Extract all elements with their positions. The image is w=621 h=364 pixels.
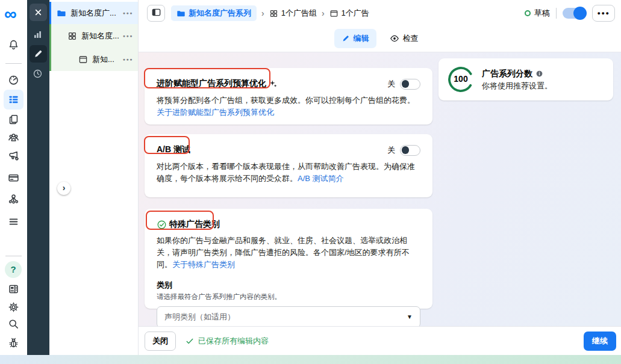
category-field-help: 请选择最符合广告系列推广内容的类别。 (157, 292, 420, 301)
toggle-state-label: 关 (387, 145, 395, 156)
breadcrumb: 新知名度广告系列 › 1个广告组 › 1个广告 (171, 5, 369, 21)
global-nav-rail: ∞ ? (0, 0, 27, 355)
editor-topbar: 新知名度广告系列 › 1个广告组 › 1个广告 草稿 (139, 0, 621, 52)
card-title: 进阶赋能型广告系列预算优化 (157, 78, 277, 89)
card-description: 如果你的广告与金融产品和服务、就业、住房、社会议题、选举或政治相关，请声明广告类… (157, 235, 420, 271)
card-description: 将预算分配到各个广告组，获取更多成效。你可以控制每个广告组的花费。关于进阶赋能型… (157, 94, 420, 119)
edit-tool-button[interactable] (30, 45, 47, 63)
breadcrumb-ad[interactable]: 1个广告 (329, 8, 369, 19)
notifications-icon[interactable] (8, 39, 19, 51)
close-editor-button[interactable] (30, 4, 47, 21)
category-select[interactable]: 声明类别（如适用） ▼ (157, 306, 420, 328)
toggle-knob (573, 7, 587, 20)
more-options-button[interactable]: ●●● (592, 5, 615, 22)
news-icon[interactable] (8, 283, 19, 295)
save-status: 已保存所有编辑内容 (186, 336, 269, 347)
tree-adset-label: 新知名度... (81, 31, 120, 42)
assets-org-icon[interactable] (8, 193, 19, 205)
editor-main: 新知名度广告系列 › 1个广告组 › 1个广告 草稿 (139, 0, 621, 355)
frame-icon (78, 55, 88, 64)
window-bottom-gradient (0, 355, 621, 364)
pencil-icon (342, 34, 350, 43)
breadcrumb-campaign[interactable]: 新知名度广告系列 (171, 5, 257, 21)
pages-icon[interactable] (8, 114, 19, 125)
tab-edit[interactable]: 编辑 (334, 29, 376, 48)
continue-button[interactable]: 继续 (584, 332, 616, 351)
sidebar-panel-icon (151, 7, 161, 19)
chevron-down-icon: ▼ (407, 313, 413, 320)
ab-test-link[interactable]: A/B 测试简介 (298, 174, 344, 183)
ab-test-toggle[interactable] (400, 145, 420, 156)
breadcrumb-separator: › (322, 8, 325, 18)
search-icon[interactable] (8, 318, 19, 330)
campaign-active-toggle[interactable] (563, 8, 586, 19)
card-campaign-budget-optimization: 进阶赋能型广告系列预算优化 关 将预算分配到各个广告组，获取更多成效。你可以控制… (145, 68, 432, 125)
tree-campaign-bar (49, 2, 51, 24)
card-title: A/B 测试 (157, 144, 190, 155)
close-button[interactable]: 关闭 (145, 332, 176, 351)
budget-optimization-link[interactable]: 关于进阶赋能型广告系列预算优化 (157, 108, 274, 117)
toggle-state-label: 关 (387, 79, 395, 90)
breadcrumb-adset[interactable]: 1个广告组 (269, 8, 317, 19)
score-value: 100 (447, 74, 475, 84)
row-menu-icon[interactable]: ●●● (123, 34, 138, 38)
toggle-sidebar-button[interactable] (147, 5, 165, 22)
close-icon (33, 7, 43, 17)
eye-icon (390, 34, 399, 43)
history-clock-icon[interactable] (33, 69, 43, 79)
row-menu-icon[interactable]: ●●● (123, 11, 138, 15)
settings-gear-icon[interactable] (8, 301, 19, 313)
toggle-knob (402, 146, 410, 154)
bug-report-icon[interactable] (8, 337, 19, 348)
tree-campaign-label: 新知名度广... (70, 8, 120, 19)
breadcrumb-separator: › (261, 8, 264, 18)
card-special-ad-categories: 特殊广告类别 如果你的广告与金融产品和服务、就业、住房、社会议题、选举或政治相关… (145, 209, 432, 309)
rail-divider (5, 63, 22, 64)
ads-megaphone-icon[interactable] (8, 150, 19, 161)
budget-optimization-toggle[interactable] (400, 79, 420, 90)
editor-footer-bar: 关闭 已保存所有编辑内容 继续 (139, 326, 621, 355)
row-menu-icon[interactable]: ●●● (123, 57, 138, 61)
tree-row-adset[interactable]: 新知名度... ●●● (49, 24, 138, 48)
card-title: 特殊广告类别 (157, 219, 220, 230)
check-circle-icon (157, 220, 167, 230)
special-categories-link[interactable]: 关于特殊广告类别 (172, 260, 235, 269)
status-badge: 草稿 (525, 8, 550, 19)
grid-icon (67, 31, 77, 41)
header-controls: 草稿 ●●● (525, 5, 615, 22)
folder-icon (176, 9, 186, 18)
draft-status-icon (525, 10, 531, 16)
campaign-score-card: 100 广告系列分数 你将使用推荐设置。 (438, 58, 613, 100)
tree-row-campaign[interactable]: 新知名度广... ●●● (49, 2, 138, 24)
folder-icon (57, 8, 66, 18)
settings-scroll-area[interactable]: 进阶赋能型广告系列预算优化 关 将预算分配到各个广告组，获取更多成效。你可以控制… (139, 52, 621, 326)
billing-card-icon[interactable] (8, 172, 19, 184)
all-tools-menu-icon[interactable] (8, 216, 19, 227)
tree-row-ad[interactable]: 新知... ●●● (49, 48, 138, 71)
header-divider (556, 8, 557, 19)
tree-selection-bar (49, 24, 51, 71)
editor-tool-rail: › (27, 0, 49, 355)
meta-logo[interactable]: ∞ (4, 3, 17, 25)
category-select-placeholder: 声明类别（如适用） (164, 312, 235, 322)
tree-ad-label: 新知... (92, 54, 120, 65)
overview-gauge-icon[interactable] (8, 74, 19, 85)
pencil-icon (33, 49, 43, 59)
card-description: 对比两个版本，看看哪个版本表现最佳，从而帮助改善广告表现。为确保准确度，每个版本… (157, 161, 420, 185)
help-icon[interactable]: ? (5, 261, 22, 278)
grid-icon (269, 9, 278, 18)
card-ab-test: A/B 测试 关 对比两个版本，看看哪个版本表现最佳，从而帮助改善广告表现。为确… (145, 134, 432, 197)
tab-inspect[interactable]: 检查 (382, 29, 426, 48)
campaigns-table-icon[interactable] (8, 94, 19, 105)
mode-tabs: 编辑 检查 (139, 26, 621, 51)
category-field-label: 类别 (157, 280, 420, 291)
charts-icon[interactable] (33, 29, 43, 40)
info-icon[interactable] (535, 70, 543, 78)
advantage-plus-sparkle-icon (269, 79, 277, 88)
rail-divider (5, 256, 22, 256)
campaign-tree-panel: 新知名度广... ●●● 新知名度... ●●● 新知... ●●● (49, 0, 139, 355)
expand-panel-button[interactable]: › (57, 182, 70, 195)
score-title: 广告系列分数 (482, 69, 543, 79)
audiences-icon[interactable] (8, 132, 19, 143)
score-gauge: 100 (447, 66, 475, 93)
